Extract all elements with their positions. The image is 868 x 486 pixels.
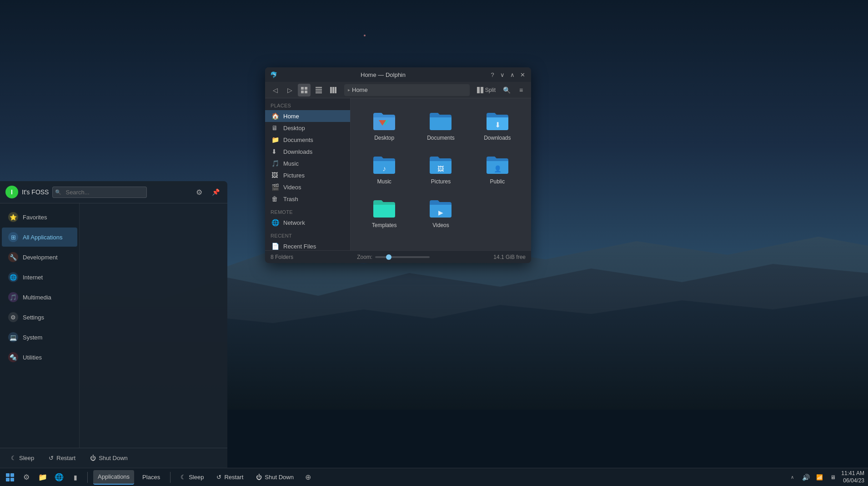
file-item-downloads[interactable]: ⬇ Downloads <box>471 106 524 146</box>
dsidebar-recent-files[interactable]: 📄 Recent Files <box>265 240 350 250</box>
sidebar-item-system-label: System <box>23 334 42 341</box>
desktop-sidebar-label: Desktop <box>283 125 305 132</box>
taskbar-browser-icon[interactable]: 🌐 <box>53 471 65 484</box>
file-item-desktop[interactable]: Desktop <box>358 106 411 146</box>
dsidebar-downloads[interactable]: ⬇ Downloads <box>265 146 350 157</box>
file-item-videos[interactable]: ▶ Videos <box>414 193 467 233</box>
file-item-templates[interactable]: Templates <box>358 193 411 233</box>
dolphin-menu-button[interactable]: ≡ <box>515 84 527 96</box>
svg-rect-31 <box>10 478 14 481</box>
dsidebar-music[interactable]: 🎵 Music <box>265 157 350 169</box>
file-item-public[interactable]: 👤 Public <box>471 149 524 189</box>
sidebar-item-multimedia[interactable]: 🎵 Multimedia <box>2 288 77 307</box>
dsidebar-videos[interactable]: 🎬 Videos <box>265 181 350 193</box>
templates-folder-label: Templates <box>372 222 397 228</box>
app-launcher: I It's FOSS ⚙ 📌 ⭐ Favorites ⊞ All Applic… <box>0 181 227 468</box>
svg-rect-30 <box>6 478 10 481</box>
launcher-settings-button[interactable]: ⚙ <box>193 186 206 198</box>
dolphin-minimize-button[interactable]: ∨ <box>498 71 507 79</box>
taskbar-right: ∧ 🔊 📶 🖥 11:41 AM 06/04/23 <box>787 470 868 484</box>
taskbar-power-icon[interactable]: ⊕ <box>302 471 315 484</box>
file-item-music[interactable]: ♪ Music <box>358 149 411 189</box>
shutdown-button[interactable]: ⏻ Shut Down <box>86 453 131 463</box>
recent-files-sidebar-label: Recent Files <box>283 243 316 250</box>
sidebar-item-all-apps[interactable]: ⊞ All Applications <box>2 228 77 247</box>
dolphin-body: Places 🏠 Home 🖥 Desktop 📁 Documents ⬇ Do… <box>265 98 531 250</box>
taskbar-places-button[interactable]: Places <box>138 470 165 485</box>
svg-text:🖼: 🖼 <box>437 165 444 172</box>
dolphin-columns-view-button[interactable] <box>327 84 340 96</box>
dolphin-details-view-button[interactable] <box>312 84 325 96</box>
svg-rect-29 <box>10 473 14 477</box>
launcher-footer: ☾ Sleep ↺ Restart ⏻ Shut Down <box>0 448 227 468</box>
trash-sidebar-icon: 🗑 <box>271 195 280 202</box>
svg-text:▶: ▶ <box>438 209 443 216</box>
taskbar-network-icon[interactable]: 📶 <box>814 472 825 483</box>
restart-icon: ↺ <box>49 455 54 461</box>
dolphin-close-button[interactable]: ✕ <box>518 71 527 79</box>
launcher-header: I It's FOSS ⚙ 📌 <box>0 181 227 203</box>
dolphin-help-button[interactable]: ? <box>488 71 497 79</box>
sleep-button[interactable]: ☾ Sleep <box>7 453 38 463</box>
sidebar-item-settings[interactable]: ⚙ Settings <box>2 308 77 327</box>
taskbar-chevron-icon[interactable]: ∧ <box>787 472 798 483</box>
dolphin-address-bar[interactable]: ▸ Home <box>344 84 470 96</box>
dsidebar-desktop[interactable]: 🖥 Desktop <box>265 122 350 134</box>
svg-rect-11 <box>305 91 307 93</box>
dsidebar-home[interactable]: 🏠 Home <box>265 110 350 122</box>
dolphin-titlebar: 🐬 Home — Dolphin ? ∨ ∧ ✕ <box>265 67 531 82</box>
sidebar-item-development[interactable]: 🔧 Development <box>2 248 77 267</box>
taskbar-clock[interactable]: 11:41 AM 06/04/23 <box>841 470 864 484</box>
launcher-body: ⭐ Favorites ⊞ All Applications 🔧 Develop… <box>0 203 227 448</box>
file-item-pictures[interactable]: 🖼 Pictures <box>414 149 467 189</box>
dolphin-window: 🐬 Home — Dolphin ? ∨ ∧ ✕ ◁ ▷ ▸ Home S <box>265 67 531 263</box>
settings-icon: ⚙ <box>8 312 18 322</box>
dolphin-maximize-button[interactable]: ∧ <box>508 71 517 79</box>
statusbar-zoom: Zoom: <box>301 254 486 260</box>
dolphin-forward-button[interactable]: ▷ <box>283 84 296 96</box>
file-item-documents[interactable]: Documents <box>414 106 467 146</box>
taskbar-display-icon[interactable]: 🖥 <box>828 472 838 483</box>
dolphin-split-button[interactable]: Split <box>474 86 498 94</box>
sidebar-item-favorites[interactable]: ⭐ Favorites <box>2 208 77 227</box>
pictures-sidebar-icon: 🖼 <box>271 172 280 179</box>
sidebar-item-internet[interactable]: 🌐 Internet <box>2 268 77 287</box>
taskbar-terminal-icon[interactable]: ▮ <box>69 471 82 484</box>
taskbar-apps-icon[interactable] <box>4 471 16 484</box>
internet-icon: 🌐 <box>8 272 18 282</box>
taskbar-settings-icon[interactable]: ⚙ <box>20 471 33 484</box>
restart-button[interactable]: ↺ Restart <box>45 453 79 463</box>
pictures-sidebar-label: Pictures <box>283 172 305 179</box>
restart-taskbar-label: Restart <box>224 474 243 481</box>
dolphin-search-button[interactable]: 🔍 <box>500 84 513 96</box>
dsidebar-pictures[interactable]: 🖼 Pictures <box>265 169 350 181</box>
zoom-slider[interactable] <box>375 256 430 258</box>
taskbar-separator <box>87 472 88 483</box>
public-folder-label: Public <box>490 178 505 185</box>
downloads-folder-label: Downloads <box>484 135 511 141</box>
taskbar-restart-button[interactable]: ↺ Restart <box>212 470 248 485</box>
dolphin-icons-view-button[interactable] <box>298 84 311 96</box>
taskbar-sleep-button[interactable]: ☾ Sleep <box>176 470 208 485</box>
svg-rect-12 <box>316 87 322 88</box>
taskbar-volume-icon[interactable]: 🔊 <box>800 472 811 483</box>
sidebar-item-system[interactable]: 💻 System <box>2 328 77 347</box>
address-chevron: ▸ <box>348 87 350 92</box>
dolphin-back-button[interactable]: ◁ <box>269 84 281 96</box>
taskbar-shutdown-button[interactable]: ⏻ Shut Down <box>251 470 298 485</box>
documents-sidebar-icon: 📁 <box>271 136 280 143</box>
launcher-pin-button[interactable]: 📌 <box>209 186 222 198</box>
sidebar-item-all-apps-label: All Applications <box>23 234 62 241</box>
desktop-dot <box>364 35 366 36</box>
launcher-search-input[interactable] <box>52 187 147 198</box>
dolphin-files-area: Desktop Documents ⬇ <box>351 98 531 250</box>
taskbar-applications-button[interactable]: Applications <box>93 470 134 485</box>
taskbar-dolphin-icon[interactable]: 📁 <box>36 471 49 484</box>
svg-rect-10 <box>301 91 304 93</box>
dsidebar-documents[interactable]: 📁 Documents <box>265 134 350 146</box>
dsidebar-trash[interactable]: 🗑 Trash <box>265 193 350 205</box>
sidebar-item-favorites-label: Favorites <box>23 214 47 221</box>
shutdown-taskbar-icon: ⏻ <box>256 474 262 481</box>
sidebar-item-utilities[interactable]: 🔩 Utilities <box>2 348 77 367</box>
dsidebar-network[interactable]: 🌐 Network <box>265 217 350 228</box>
